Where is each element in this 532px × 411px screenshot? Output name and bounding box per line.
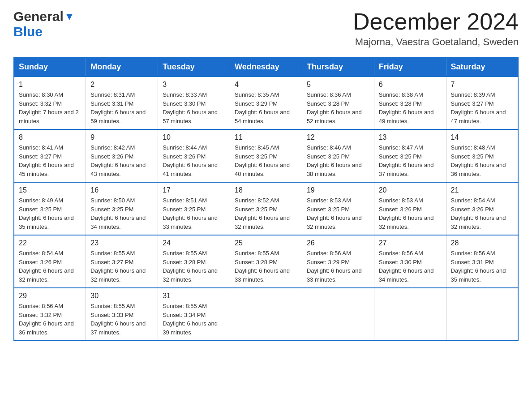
day-cell: 2 Sunrise: 8:31 AMSunset: 3:31 PMDayligh… — [86, 77, 158, 129]
day-cell: 13 Sunrise: 8:47 AMSunset: 3:25 PMDaylig… — [374, 129, 446, 182]
day-cell — [230, 288, 302, 341]
day-cell: 16 Sunrise: 8:50 AMSunset: 3:25 PMDaylig… — [86, 182, 158, 235]
day-cell: 28 Sunrise: 8:56 AMSunset: 3:31 PMDaylig… — [446, 235, 518, 288]
day-cell: 17 Sunrise: 8:51 AMSunset: 3:25 PMDaylig… — [158, 182, 230, 235]
day-cell: 24 Sunrise: 8:55 AMSunset: 3:28 PMDaylig… — [158, 235, 230, 288]
day-info: Sunrise: 8:55 AMSunset: 3:27 PMDaylight:… — [90, 249, 153, 284]
day-cell: 25 Sunrise: 8:55 AMSunset: 3:28 PMDaylig… — [230, 235, 302, 288]
day-cell — [302, 288, 374, 341]
header-monday: Monday — [86, 57, 158, 77]
day-info: Sunrise: 8:49 AMSunset: 3:25 PMDaylight:… — [19, 196, 81, 231]
day-number: 1 — [19, 81, 81, 89]
day-cell: 4 Sunrise: 8:35 AMSunset: 3:29 PMDayligh… — [230, 77, 302, 129]
day-info: Sunrise: 8:53 AMSunset: 3:25 PMDaylight:… — [307, 196, 369, 231]
day-number: 24 — [163, 239, 225, 247]
day-number: 11 — [235, 133, 297, 141]
day-number: 25 — [235, 239, 297, 247]
day-number: 17 — [163, 186, 225, 194]
day-cell: 22 Sunrise: 8:54 AMSunset: 3:26 PMDaylig… — [14, 235, 86, 288]
calendar-header-row: SundayMondayTuesdayWednesdayThursdayFrid… — [14, 57, 518, 77]
day-number: 9 — [90, 133, 153, 141]
day-info: Sunrise: 8:53 AMSunset: 3:26 PMDaylight:… — [379, 196, 442, 231]
day-info: Sunrise: 8:46 AMSunset: 3:25 PMDaylight:… — [307, 143, 369, 178]
day-info: Sunrise: 8:55 AMSunset: 3:28 PMDaylight:… — [235, 249, 297, 284]
day-cell: 12 Sunrise: 8:46 AMSunset: 3:25 PMDaylig… — [302, 129, 374, 182]
week-row-1: 1 Sunrise: 8:30 AMSunset: 3:32 PMDayligh… — [14, 77, 518, 129]
day-cell — [374, 288, 446, 341]
day-info: Sunrise: 8:35 AMSunset: 3:29 PMDaylight:… — [235, 90, 297, 125]
title-area: December 2024 Majorna, Vaestra Goetaland… — [353, 9, 519, 48]
day-number: 26 — [307, 239, 369, 247]
day-cell: 23 Sunrise: 8:55 AMSunset: 3:27 PMDaylig… — [86, 235, 158, 288]
day-info: Sunrise: 8:31 AMSunset: 3:31 PMDaylight:… — [90, 90, 153, 125]
day-cell: 31 Sunrise: 8:55 AMSunset: 3:34 PMDaylig… — [158, 288, 230, 341]
location-title: Majorna, Vaestra Goetaland, Sweden — [353, 36, 519, 48]
day-info: Sunrise: 8:55 AMSunset: 3:33 PMDaylight:… — [90, 302, 153, 337]
day-cell: 27 Sunrise: 8:56 AMSunset: 3:30 PMDaylig… — [374, 235, 446, 288]
day-info: Sunrise: 8:52 AMSunset: 3:25 PMDaylight:… — [235, 196, 297, 231]
week-row-5: 29 Sunrise: 8:56 AMSunset: 3:32 PMDaylig… — [14, 288, 518, 341]
week-row-4: 22 Sunrise: 8:54 AMSunset: 3:26 PMDaylig… — [14, 235, 518, 288]
svg-marker-0 — [66, 14, 73, 20]
day-cell: 20 Sunrise: 8:53 AMSunset: 3:26 PMDaylig… — [374, 182, 446, 235]
day-info: Sunrise: 8:36 AMSunset: 3:28 PMDaylight:… — [307, 90, 369, 125]
header-saturday: Saturday — [446, 57, 518, 77]
day-number: 6 — [379, 81, 442, 89]
day-info: Sunrise: 8:54 AMSunset: 3:26 PMDaylight:… — [451, 196, 513, 231]
day-number: 19 — [307, 186, 369, 194]
day-info: Sunrise: 8:39 AMSunset: 3:27 PMDaylight:… — [451, 90, 513, 125]
logo-triangle-icon — [64, 12, 74, 22]
day-number: 27 — [379, 239, 442, 247]
page-header: General Blue December 2024 Majorna, Vaes… — [13, 9, 519, 48]
day-number: 31 — [163, 292, 225, 300]
day-info: Sunrise: 8:30 AMSunset: 3:32 PMDaylight:… — [19, 90, 81, 125]
day-cell: 10 Sunrise: 8:44 AMSunset: 3:26 PMDaylig… — [158, 129, 230, 182]
day-number: 4 — [235, 81, 297, 89]
header-thursday: Thursday — [302, 57, 374, 77]
day-info: Sunrise: 8:54 AMSunset: 3:26 PMDaylight:… — [19, 249, 81, 284]
day-cell: 30 Sunrise: 8:55 AMSunset: 3:33 PMDaylig… — [86, 288, 158, 341]
day-cell: 6 Sunrise: 8:38 AMSunset: 3:28 PMDayligh… — [374, 77, 446, 129]
month-title: December 2024 — [353, 9, 519, 34]
day-number: 18 — [235, 186, 297, 194]
day-cell: 8 Sunrise: 8:41 AMSunset: 3:27 PMDayligh… — [14, 129, 86, 182]
day-info: Sunrise: 8:38 AMSunset: 3:28 PMDaylight:… — [379, 90, 442, 125]
day-number: 22 — [19, 239, 81, 247]
day-info: Sunrise: 8:47 AMSunset: 3:25 PMDaylight:… — [379, 143, 442, 178]
day-cell: 3 Sunrise: 8:33 AMSunset: 3:30 PMDayligh… — [158, 77, 230, 129]
week-row-2: 8 Sunrise: 8:41 AMSunset: 3:27 PMDayligh… — [14, 129, 518, 182]
day-cell: 18 Sunrise: 8:52 AMSunset: 3:25 PMDaylig… — [230, 182, 302, 235]
day-info: Sunrise: 8:50 AMSunset: 3:25 PMDaylight:… — [90, 196, 153, 231]
day-number: 16 — [90, 186, 153, 194]
day-number: 21 — [451, 186, 513, 194]
day-number: 3 — [163, 81, 225, 89]
day-cell: 29 Sunrise: 8:56 AMSunset: 3:32 PMDaylig… — [14, 288, 86, 341]
day-number: 5 — [307, 81, 369, 89]
day-cell: 15 Sunrise: 8:49 AMSunset: 3:25 PMDaylig… — [14, 182, 86, 235]
day-cell: 21 Sunrise: 8:54 AMSunset: 3:26 PMDaylig… — [446, 182, 518, 235]
day-number: 2 — [90, 81, 153, 89]
day-info: Sunrise: 8:33 AMSunset: 3:30 PMDaylight:… — [163, 90, 225, 125]
day-number: 15 — [19, 186, 81, 194]
day-info: Sunrise: 8:45 AMSunset: 3:25 PMDaylight:… — [235, 143, 297, 178]
day-info: Sunrise: 8:42 AMSunset: 3:26 PMDaylight:… — [90, 143, 153, 178]
day-cell: 11 Sunrise: 8:45 AMSunset: 3:25 PMDaylig… — [230, 129, 302, 182]
day-cell: 9 Sunrise: 8:42 AMSunset: 3:26 PMDayligh… — [86, 129, 158, 182]
day-number: 30 — [90, 292, 153, 300]
day-info: Sunrise: 8:56 AMSunset: 3:31 PMDaylight:… — [451, 249, 513, 284]
day-info: Sunrise: 8:44 AMSunset: 3:26 PMDaylight:… — [163, 143, 225, 178]
day-cell — [446, 288, 518, 341]
header-sunday: Sunday — [14, 57, 86, 77]
header-tuesday: Tuesday — [158, 57, 230, 77]
day-info: Sunrise: 8:41 AMSunset: 3:27 PMDaylight:… — [19, 143, 81, 178]
header-friday: Friday — [374, 57, 446, 77]
day-cell: 5 Sunrise: 8:36 AMSunset: 3:28 PMDayligh… — [302, 77, 374, 129]
day-number: 10 — [163, 133, 225, 141]
day-cell: 14 Sunrise: 8:48 AMSunset: 3:25 PMDaylig… — [446, 129, 518, 182]
logo-general-text: General — [13, 9, 64, 24]
day-number: 29 — [19, 292, 81, 300]
day-info: Sunrise: 8:51 AMSunset: 3:25 PMDaylight:… — [163, 196, 225, 231]
day-info: Sunrise: 8:55 AMSunset: 3:34 PMDaylight:… — [163, 302, 225, 337]
logo: General Blue — [13, 9, 74, 39]
day-number: 13 — [379, 133, 442, 141]
